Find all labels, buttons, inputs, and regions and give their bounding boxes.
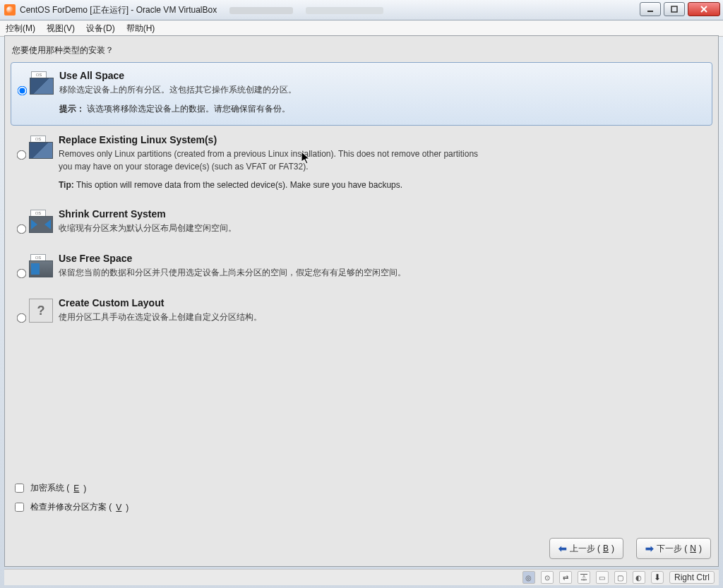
installer-heading: 您要使用那种类型的安装？ bbox=[12, 44, 712, 56]
review-accel: V bbox=[116, 503, 121, 512]
option-custom-layout[interactable]: ? Create Custom Layout 使用分区工具手动在选定设备上创建自… bbox=[11, 290, 712, 333]
display-icon[interactable]: ▢ bbox=[614, 571, 627, 584]
install-type-options: OS Use All Space 移除选定设备上的所有分区。这包括其它操作系统创… bbox=[11, 62, 712, 333]
question-icon: ? bbox=[29, 299, 53, 323]
option-free-space[interactable]: OS Use Free Space 保留您当前的数据和分区并只使用选定设备上尚未… bbox=[11, 246, 712, 289]
tip-label: Tip: bbox=[59, 180, 74, 190]
back-label-post: ) bbox=[611, 544, 614, 553]
bottom-checkboxes: 加密系统 (E) 检查并修改分区方案 (V) bbox=[12, 481, 129, 520]
tip-label: 提示： bbox=[59, 104, 85, 114]
option-shrink[interactable]: OS Shrink Current System 收缩现有分区来为默认分区布局创… bbox=[11, 201, 712, 244]
menu-control[interactable]: 控制(M) bbox=[6, 23, 35, 35]
installer-content: 您要使用那种类型的安装？ OS Use All Space 移除选定设备上的所有… bbox=[11, 42, 712, 525]
option-title: Replace Existing Linux System(s) bbox=[59, 134, 707, 145]
menu-devices[interactable]: 设备(D) bbox=[86, 23, 115, 35]
menu-view[interactable]: 视图(V) bbox=[47, 23, 75, 35]
review-label-pre: 检查并修改分区方案 ( bbox=[30, 501, 112, 513]
option-desc: 收缩现有分区来为默认分区布局创建空闲空间。 bbox=[59, 222, 482, 234]
disk-icon: OS bbox=[30, 71, 52, 94]
encrypt-accel: E bbox=[73, 484, 79, 493]
optical-disk-icon[interactable]: ⊙ bbox=[541, 571, 554, 584]
next-button[interactable]: ➡ 下一步 (N) bbox=[636, 538, 711, 559]
option-tip: 提示： 该选项将移除选定设备上的数据。请您确保留有备份。 bbox=[59, 103, 706, 115]
review-checkbox-input[interactable] bbox=[15, 503, 24, 512]
wizard-nav-buttons: ⬅ 上一步 (B) ➡ 下一步 (N) bbox=[549, 538, 711, 559]
option-desc: 保留您当前的数据和分区并只使用选定设备上尚未分区的空间，假定您有有足够的空闲空间… bbox=[59, 266, 482, 279]
tip-text: 该选项将移除选定设备上的数据。请您确保留有备份。 bbox=[87, 104, 290, 114]
arrow-right-icon: ➡ bbox=[645, 543, 654, 554]
menubar: 控制(M) 视图(V) 设备(D) 帮助(H) bbox=[0, 20, 723, 37]
menu-help[interactable]: 帮助(H) bbox=[126, 23, 155, 35]
next-label-pre: 下一步 ( bbox=[657, 543, 687, 555]
option-desc: 使用分区工具手动在选定设备上创建自定义分区结构。 bbox=[59, 311, 482, 323]
guest-display: 您要使用那种类型的安装？ OS Use All Space 移除选定设备上的所有… bbox=[4, 35, 719, 567]
option-title: Create Custom Layout bbox=[59, 297, 707, 308]
usb-icon[interactable]: ⏄ bbox=[578, 571, 590, 584]
disk-icon: OS bbox=[29, 136, 52, 158]
mouse-integration-icon[interactable]: ◐ bbox=[633, 571, 645, 584]
disk-icon: OS bbox=[29, 210, 52, 232]
option-desc: Removes only Linux partitions (created f… bbox=[59, 148, 482, 173]
radio-use-all-space[interactable] bbox=[17, 86, 27, 96]
back-label-pre: 上一步 ( bbox=[570, 543, 600, 555]
network-icon[interactable]: ⇄ bbox=[559, 571, 572, 584]
encrypt-checkbox-input[interactable] bbox=[15, 484, 24, 493]
encrypt-label-post: ) bbox=[83, 484, 86, 493]
background-window-hints bbox=[229, 5, 383, 15]
option-replace-linux[interactable]: OS Replace Existing Linux System(s) Remo… bbox=[11, 127, 712, 200]
encrypt-label-pre: 加密系统 ( bbox=[30, 482, 69, 494]
shared-folder-icon[interactable]: ▭ bbox=[596, 571, 609, 584]
maximize-button[interactable] bbox=[664, 2, 685, 16]
radio-free-space[interactable] bbox=[16, 269, 26, 279]
review-partition-checkbox[interactable]: 检查并修改分区方案 (V) bbox=[12, 500, 129, 514]
option-desc: 移除选定设备上的所有分区。这包括其它操作系统创建的分区。 bbox=[59, 83, 483, 96]
radio-shrink[interactable] bbox=[16, 224, 26, 234]
svg-rect-1 bbox=[671, 6, 677, 12]
minimize-button[interactable] bbox=[640, 2, 661, 16]
tip-text: This option will remove data from the se… bbox=[76, 180, 402, 190]
arrow-left-icon: ⬅ bbox=[558, 543, 567, 554]
hostkey-label[interactable]: Right Ctrl bbox=[669, 571, 715, 584]
next-accel: N bbox=[690, 544, 696, 553]
virtualbox-window: CentOS ForDemo [正在运行] - Oracle VM Virtua… bbox=[0, 0, 723, 588]
virtualbox-statusbar: ◎ ⊙ ⇄ ⏄ ▭ ▢ ◐ ⬇ Right Ctrl bbox=[4, 569, 719, 585]
next-label-post: ) bbox=[699, 544, 702, 553]
hard-disk-icon[interactable]: ◎ bbox=[522, 571, 535, 584]
radio-custom-layout[interactable] bbox=[16, 313, 26, 323]
option-title: Use Free Space bbox=[59, 253, 707, 264]
encrypt-system-checkbox[interactable]: 加密系统 (E) bbox=[12, 481, 129, 495]
radio-replace-linux[interactable] bbox=[16, 150, 26, 160]
option-use-all-space[interactable]: OS Use All Space 移除选定设备上的所有分区。这包括其它操作系统创… bbox=[11, 62, 712, 126]
back-button[interactable]: ⬅ 上一步 (B) bbox=[549, 538, 623, 559]
option-tip: Tip: This option will remove data from t… bbox=[59, 180, 707, 190]
window-title: CentOS ForDemo [正在运行] - Oracle VM Virtua… bbox=[20, 4, 217, 16]
hostkey-indicator-icon[interactable]: ⬇ bbox=[651, 571, 664, 584]
option-title: Use All Space bbox=[59, 70, 706, 81]
back-accel: B bbox=[603, 544, 609, 553]
titlebar[interactable]: CentOS ForDemo [正在运行] - Oracle VM Virtua… bbox=[0, 0, 723, 20]
virtualbox-logo-icon bbox=[4, 4, 16, 16]
review-label-post: ) bbox=[126, 503, 129, 512]
disk-icon: OS bbox=[29, 254, 52, 277]
option-title: Shrink Current System bbox=[59, 208, 707, 220]
window-controls bbox=[640, 2, 720, 16]
close-button[interactable] bbox=[688, 2, 720, 16]
